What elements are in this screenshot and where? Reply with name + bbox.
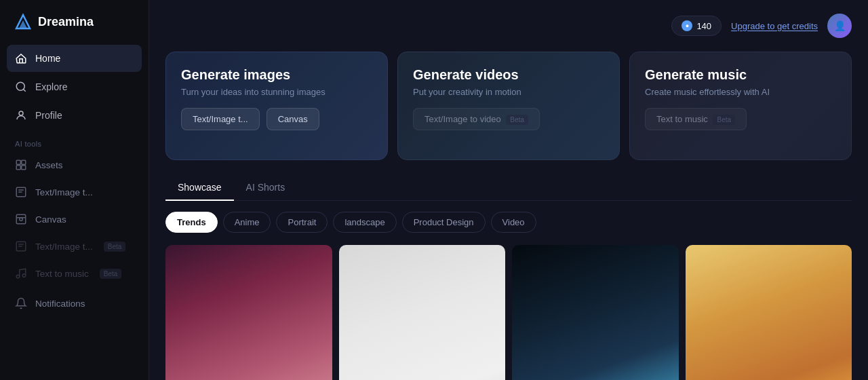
sidebar-item-assets[interactable]: Assets bbox=[7, 152, 142, 178]
image-grid bbox=[165, 245, 852, 380]
music-card-buttons: Text to music Beta bbox=[645, 108, 836, 130]
logo-text: Dreamina bbox=[38, 15, 94, 29]
filter-anime[interactable]: Anime bbox=[223, 212, 271, 233]
image-cell-3[interactable] bbox=[512, 245, 679, 380]
profile-icon bbox=[15, 109, 27, 121]
canvas-label: Canvas bbox=[35, 214, 66, 225]
topbar: ● 140 Upgrade to get credits 👤 bbox=[165, 14, 852, 38]
tab-ai-shorts[interactable]: AI Shorts bbox=[234, 175, 298, 201]
main-content: ● 140 Upgrade to get credits 👤 Generate … bbox=[149, 0, 868, 380]
music-card-subtitle: Create music effortlessly with AI bbox=[645, 87, 836, 97]
image-2 bbox=[339, 245, 506, 380]
tab-showcase[interactable]: Showcase bbox=[165, 175, 234, 201]
sidebar-item-explore-label: Explore bbox=[35, 81, 67, 92]
text-image-beta-icon bbox=[15, 240, 27, 252]
filter-video[interactable]: Video bbox=[491, 212, 536, 233]
image-cell-1[interactable] bbox=[165, 245, 332, 380]
text-image-button[interactable]: Text/Image t... bbox=[181, 108, 260, 130]
sidebar-item-text-music[interactable]: Text to music Beta bbox=[7, 261, 142, 286]
ai-tools-label: AI tools bbox=[7, 130, 142, 152]
image-cell-2[interactable] bbox=[339, 245, 506, 380]
images-card-subtitle: Turn your ideas into stunning images bbox=[181, 87, 372, 97]
images-card-title: Generate images bbox=[181, 67, 372, 83]
tabs-row: Showcase AI Shorts bbox=[165, 175, 852, 201]
beta-badge-1: Beta bbox=[104, 242, 126, 252]
sidebar-item-home[interactable]: Home bbox=[7, 45, 142, 72]
upgrade-button[interactable]: Upgrade to get credits bbox=[731, 21, 818, 31]
sidebar: Dreamina Home Explore Profile AI tools bbox=[0, 0, 149, 380]
text-image-beta-label: Text/Image t... bbox=[35, 242, 93, 252]
filter-row: Trends Anime Portrait landscape Product … bbox=[165, 212, 852, 233]
image-1 bbox=[165, 245, 332, 380]
text-image-icon bbox=[15, 186, 27, 198]
sidebar-item-text-image[interactable]: Text/Image t... bbox=[7, 179, 142, 205]
images-card-buttons: Text/Image t... Canvas bbox=[181, 108, 372, 130]
filter-trends[interactable]: Trends bbox=[165, 212, 218, 233]
beta-badge-2: Beta bbox=[100, 269, 122, 279]
text-image-video-button[interactable]: Text/Image to video Beta bbox=[413, 108, 540, 130]
video-beta-badge: Beta bbox=[506, 115, 528, 125]
sidebar-item-notifications[interactable]: Notifications bbox=[7, 290, 142, 316]
canvas-button[interactable]: Canvas bbox=[267, 108, 319, 130]
notifications-label: Notifications bbox=[35, 299, 85, 309]
svg-rect-8 bbox=[22, 166, 26, 170]
logo-area: Dreamina bbox=[0, 0, 149, 45]
music-icon bbox=[15, 267, 27, 280]
main-nav: Home Explore Profile AI tools Assets T bbox=[0, 45, 149, 380]
generate-videos-card: Generate videos Put your creativity in m… bbox=[397, 52, 620, 160]
text-music-button[interactable]: Text to music Beta bbox=[645, 108, 747, 130]
credits-count: 140 bbox=[696, 21, 711, 31]
coin-icon: ● bbox=[682, 20, 692, 31]
text-image-label: Text/Image t... bbox=[35, 187, 93, 197]
image-cell-4[interactable] bbox=[686, 245, 852, 380]
svg-point-18 bbox=[16, 275, 20, 278]
sidebar-item-text-image-beta[interactable]: Text/Image t... Beta bbox=[7, 233, 142, 259]
music-beta-badge: Beta bbox=[713, 115, 735, 125]
svg-point-19 bbox=[22, 274, 26, 278]
sidebar-item-profile[interactable]: Profile bbox=[7, 102, 142, 129]
videos-card-subtitle: Put your creativity in motion bbox=[413, 87, 604, 97]
sidebar-item-explore[interactable]: Explore bbox=[7, 73, 142, 100]
assets-icon bbox=[15, 159, 27, 171]
svg-rect-12 bbox=[16, 214, 26, 224]
svg-point-2 bbox=[16, 82, 24, 90]
image-3 bbox=[512, 245, 679, 380]
hero-cards: Generate images Turn your ideas into stu… bbox=[165, 52, 852, 160]
generate-images-card: Generate images Turn your ideas into stu… bbox=[165, 52, 388, 160]
sidebar-item-home-label: Home bbox=[35, 53, 60, 64]
canvas-icon bbox=[15, 213, 27, 225]
sidebar-item-profile-label: Profile bbox=[35, 110, 62, 121]
sidebar-item-canvas[interactable]: Canvas bbox=[7, 206, 142, 232]
svg-line-3 bbox=[23, 89, 25, 91]
text-music-label: Text to music bbox=[35, 269, 89, 279]
filter-portrait[interactable]: Portrait bbox=[276, 212, 328, 233]
image-4 bbox=[686, 245, 852, 380]
svg-rect-6 bbox=[22, 160, 26, 164]
svg-rect-7 bbox=[16, 166, 20, 170]
generate-music-card: Generate music Create music effortlessly… bbox=[629, 52, 852, 160]
svg-point-4 bbox=[19, 111, 23, 115]
assets-label: Assets bbox=[35, 160, 63, 170]
videos-card-title: Generate videos bbox=[413, 67, 604, 83]
videos-card-buttons: Text/Image to video Beta bbox=[413, 108, 604, 130]
logo-icon bbox=[14, 12, 33, 31]
explore-icon bbox=[15, 81, 27, 93]
notifications-icon bbox=[15, 297, 27, 309]
home-icon bbox=[15, 52, 27, 64]
filter-landscape[interactable]: landscape bbox=[333, 212, 396, 233]
music-card-title: Generate music bbox=[645, 67, 836, 83]
credits-pill: ● 140 bbox=[671, 16, 722, 36]
filter-product-design[interactable]: Product Design bbox=[402, 212, 486, 233]
svg-rect-5 bbox=[16, 160, 20, 164]
avatar[interactable]: 👤 bbox=[827, 14, 852, 38]
